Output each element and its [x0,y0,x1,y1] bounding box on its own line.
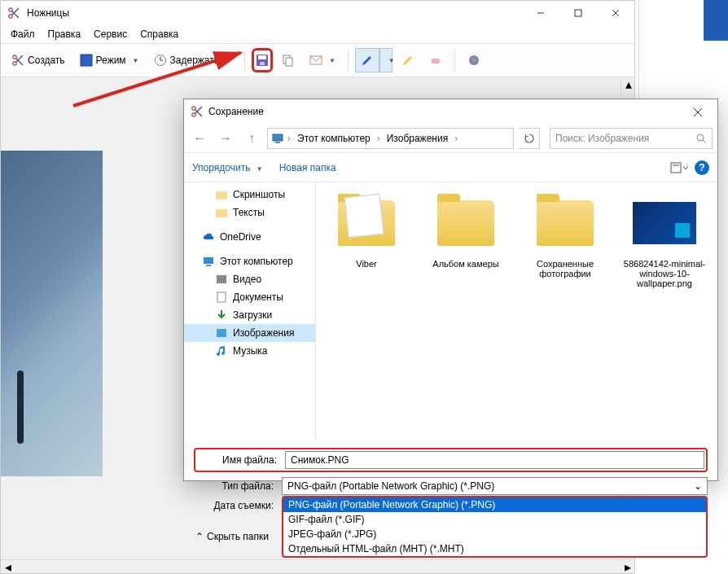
images-icon [215,326,228,340]
help-button[interactable]: ? [695,160,709,175]
file-label: 586824142-minimal-windows-10-wallpaper.p… [622,259,707,288]
filetype-value: PNG-файл (Portable Network Graphic) (*.P… [287,480,494,492]
breadcrumb[interactable]: › Этот компьютер › Изображения › [267,128,514,149]
close-button[interactable] [597,1,634,25]
chevron-up-icon: ⌃ [195,531,204,542]
folder-album[interactable]: Альбом камеры [423,191,508,288]
breadcrumb-images[interactable]: Изображения [384,133,451,144]
maximize-button[interactable] [559,1,597,25]
svg-point-23 [469,55,479,65]
mode-button[interactable]: Режим ▼ [74,48,145,72]
horizontal-scrollbar[interactable]: ◂ ▸ [1,559,634,573]
dialog-close-button[interactable] [682,102,714,123]
dialog-titlebar: Сохранение [184,99,717,124]
create-label: Создать [28,55,65,66]
dialog-nav: ← → ↑ › Этот компьютер › Изображения › П… [184,124,717,153]
mode-icon [80,54,93,67]
copy-icon [282,54,295,67]
breadcrumb-this-pc[interactable]: Этот компьютер [294,133,374,144]
svg-rect-31 [273,134,283,141]
scroll-left-arrow[interactable]: ◂ [1,560,15,574]
option-jpg[interactable]: JPEG-файл (*.JPG) [283,527,706,541]
sidebar-item-screenshots[interactable]: Скриншоты [184,186,315,204]
copy-button[interactable] [276,48,300,72]
file-area[interactable]: Viber Альбом камеры Сохраненные фотограф… [316,182,717,441]
search-input[interactable]: Поиск: Изображения [550,128,713,149]
scroll-up-arrow[interactable]: ▴ [621,77,634,91]
folder-saved[interactable]: Сохраненные фотографии [523,191,607,288]
window-title: Ножницы [27,7,69,19]
clock-icon [154,54,167,67]
dialog-body: Скриншоты Тексты OneDrive Этот компьютер… [184,182,717,441]
svg-rect-5 [575,10,581,16]
sidebar-item-documents[interactable]: Документы [184,288,315,306]
breadcrumb-sep: › [377,133,380,144]
mail-button[interactable]: ▼ [304,48,341,72]
sidebar-item-this-pc[interactable]: Этот компьютер [184,252,315,270]
save-button[interactable] [252,48,273,72]
file-wallpaper[interactable]: 586824142-minimal-windows-10-wallpaper.p… [622,191,707,288]
svg-rect-17 [258,55,266,59]
nav-forward-button[interactable]: → [215,128,236,149]
window-controls [522,1,634,25]
paint-icon [467,54,480,67]
filename-input[interactable] [285,451,704,469]
toolbar: Создать Режим ▼ Задержать ▼ ▼ [1,43,634,77]
chevron-down-icon: ▼ [257,165,263,173]
delay-button[interactable]: Задержать ▼ [148,48,238,72]
view-button[interactable] [670,161,688,174]
folder-icon [215,188,228,201]
pen-icon [361,54,374,67]
svg-rect-39 [204,257,213,264]
menu-service[interactable]: Сервис [87,27,134,42]
organize-button[interactable]: Упорядочить ▼ [192,162,263,173]
folder-viber[interactable]: Viber [324,191,409,288]
highlighter-icon [401,54,414,67]
svg-point-33 [697,134,704,141]
sidebar-item-images[interactable]: Изображения [184,324,315,342]
date-label: Дата съемки: [194,500,282,511]
highlighter-button[interactable] [396,48,420,72]
search-placeholder: Поиск: Изображения [555,133,649,144]
dialog-title: Сохранение [208,106,264,117]
pen-button[interactable] [355,48,379,72]
dialog-toolbar: Упорядочить ▼ Новая папка ? [184,153,717,182]
sidebar-item-video[interactable]: Видео [184,270,315,288]
scissors-icon [7,7,20,20]
sidebar-item-downloads[interactable]: Загрузки [184,306,315,324]
create-button[interactable]: Создать [6,48,71,72]
option-mht[interactable]: Отдельный HTML-файл (MHT) (*.MHT) [283,541,706,556]
menu-bar: Файл Правка Сервис Справка [1,25,634,43]
svg-rect-35 [671,163,681,173]
scroll-right-arrow[interactable]: ▸ [621,560,634,574]
close-icon [693,107,703,117]
refresh-button[interactable] [519,128,540,149]
nav-up-button[interactable]: ↑ [241,128,262,149]
eraser-button[interactable] [423,48,448,72]
paint3d-button[interactable] [462,48,486,72]
chevron-down-icon: ▼ [388,57,395,64]
nav-back-button[interactable]: ← [189,128,210,149]
sidebar-item-texts[interactable]: Тексты [184,204,315,221]
mode-label: Режим [96,55,126,66]
pen-dropdown[interactable]: ▼ [379,48,393,72]
sidebar-item-music[interactable]: Музыка [184,342,315,360]
minimize-button[interactable] [522,1,559,25]
breadcrumb-sep: › [454,133,458,144]
option-png[interactable]: PNG-файл (Portable Network Graphic) (*.P… [283,497,706,512]
scissors-icon [11,54,24,67]
filetype-combo[interactable]: PNG-файл (Portable Network Graphic) (*.P… [282,477,708,495]
menu-edit[interactable]: Правка [42,27,88,42]
menu-help[interactable]: Справка [134,27,185,42]
separator [244,50,245,71]
new-folder-button[interactable]: Новая папка [279,162,336,173]
eraser-icon [429,54,442,67]
save-icon [256,54,269,67]
mail-icon [309,54,322,67]
menu-file[interactable]: Файл [4,27,42,42]
option-gif[interactable]: GIF-файл (*.GIF) [283,512,706,527]
hide-folders-button[interactable]: ⌃ Скрыть папки [195,531,269,542]
pc-icon [202,255,215,268]
sidebar-item-onedrive[interactable]: OneDrive [184,228,315,246]
title-bar: Ножницы [1,1,634,25]
